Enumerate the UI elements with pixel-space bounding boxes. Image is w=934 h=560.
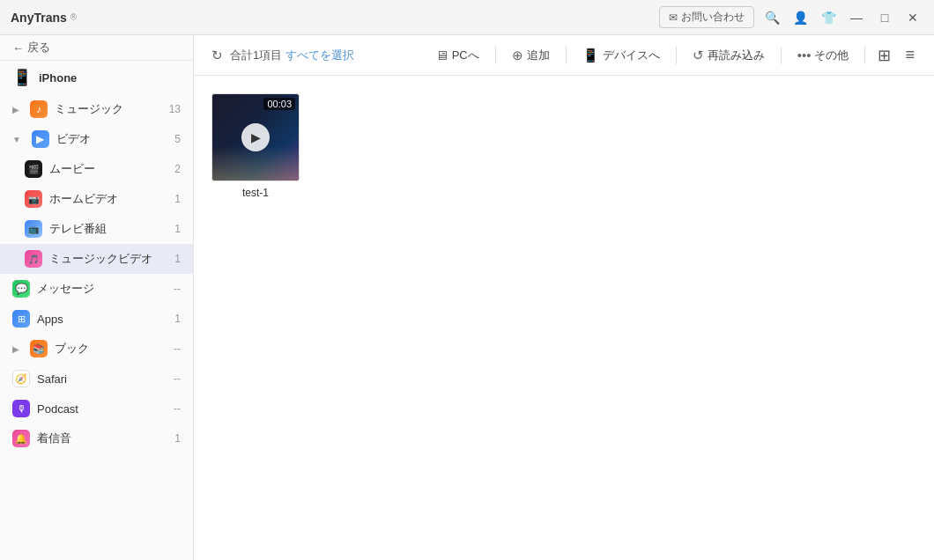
sidebar-count-homevideo: 1	[163, 193, 181, 205]
app-title: AnyTrans	[11, 11, 67, 25]
book-icon: 📚	[30, 340, 48, 357]
sidebar-item-memo[interactable]: 🔔 着信音 1	[0, 424, 193, 453]
sidebar-label-tv: テレビ番組	[49, 221, 156, 237]
app-reg: ®	[70, 12, 77, 22]
title-bar: AnyTrans® ✉ お問い合わせ 🔍 👤 👕 — □ ✕	[0, 0, 934, 35]
sidebar-label-homevideo: ホームビデオ	[49, 191, 156, 207]
homevideo-icon: 📷	[25, 190, 42, 208]
sidebar-count-video: 5	[163, 133, 181, 145]
sidebar-label-movie: ムービー	[49, 161, 156, 177]
refresh-button[interactable]: ↻	[208, 44, 226, 67]
sidebar-count-music: 13	[163, 103, 181, 115]
toolbar: ↻ 合計1項目 すべてを選択 🖥 PCへ ⊕ 追加 📱 デバイスへ ↺	[194, 35, 934, 76]
pc-icon: 🖥	[435, 48, 448, 63]
tshirt-button[interactable]: 👕	[818, 7, 839, 28]
tv-icon: 📺	[25, 220, 42, 238]
message-icon: 💬	[12, 280, 30, 298]
separator-3	[676, 47, 677, 64]
more-button[interactable]: ••• その他	[789, 43, 858, 68]
file-thumbnail: ▶ 00:03	[211, 93, 300, 181]
sidebar-label-music: ミュージック	[55, 101, 156, 117]
sidebar-item-podcast[interactable]: 🎙 Podcast --	[0, 394, 193, 424]
sidebar: ← 戻る 📱 iPhone ▶ ♪ ミュージック 13 ▼ ▶ ビデオ 5 🎬 …	[0, 35, 194, 560]
expand-arrow-video: ▼	[12, 135, 21, 144]
search-button[interactable]: 🔍	[761, 7, 782, 28]
separator-5	[864, 47, 865, 64]
sidebar-count-memo: 1	[163, 432, 181, 445]
device-header: 📱 iPhone	[0, 61, 193, 94]
movie-icon: 🎬	[25, 160, 42, 178]
add-icon: ⊕	[512, 48, 523, 63]
file-name: test-1	[242, 187, 269, 199]
reload-button[interactable]: ↺ 再読み込み	[684, 43, 774, 68]
file-item[interactable]: ▶ 00:03 test-1	[211, 93, 300, 199]
sidebar-count-musicvideo: 1	[163, 253, 181, 265]
grid-view-button[interactable]: ⊞	[872, 41, 896, 70]
video-icon: ▶	[32, 130, 49, 148]
musicvideo-icon: 🎵	[25, 250, 42, 268]
thumb-inner: ▶ 00:03	[212, 94, 299, 181]
maximize-button[interactable]: □	[874, 7, 895, 28]
podcast-icon: 🎙	[12, 400, 30, 417]
expand-arrow-book: ▶	[12, 344, 19, 354]
pc-button[interactable]: 🖥 PCへ	[426, 43, 488, 68]
sidebar-item-music[interactable]: ▶ ♪ ミュージック 13	[0, 94, 193, 124]
sidebar-item-video[interactable]: ▼ ▶ ビデオ 5	[0, 124, 193, 154]
sidebar-label-video: ビデオ	[56, 131, 156, 147]
sidebar-count-safari: --	[163, 372, 181, 385]
iphone-icon: 📱	[12, 68, 32, 87]
sidebar-count-book: --	[163, 343, 181, 355]
sidebar-count-apps: 1	[163, 313, 181, 325]
memo-icon: 🔔	[12, 430, 30, 447]
device-icon: 📱	[582, 48, 599, 63]
apps-icon: ⊞	[12, 310, 30, 328]
select-all-link[interactable]: すべてを選択	[285, 48, 354, 62]
safari-icon: 🧭	[12, 370, 30, 387]
user-button[interactable]: 👤	[789, 7, 811, 28]
sidebar-item-tv[interactable]: 📺 テレビ番組 1	[0, 214, 193, 244]
sidebar-item-homevideo[interactable]: 📷 ホームビデオ 1	[0, 184, 193, 214]
add-button[interactable]: ⊕ 追加	[503, 43, 559, 68]
more-icon: •••	[797, 48, 812, 63]
sidebar-count-tv: 1	[163, 223, 181, 235]
device-button[interactable]: 📱 デバイスへ	[574, 43, 669, 68]
reload-icon: ↺	[693, 48, 704, 63]
sidebar-item-safari[interactable]: 🧭 Safari --	[0, 364, 193, 394]
expand-arrow-music: ▶	[12, 105, 19, 114]
separator-2	[566, 47, 567, 64]
music-icon: ♪	[30, 100, 48, 118]
sidebar-item-book[interactable]: ▶ 📚 ブック --	[0, 334, 193, 364]
back-arrow-icon: ←	[12, 41, 24, 55]
sidebar-label-book: ブック	[55, 341, 156, 357]
main-layout: ← 戻る 📱 iPhone ▶ ♪ ミュージック 13 ▼ ▶ ビデオ 5 🎬 …	[0, 35, 934, 560]
close-button[interactable]: ✕	[902, 7, 923, 28]
separator-1	[495, 47, 496, 64]
back-button[interactable]: ← 戻る	[0, 35, 193, 61]
sidebar-count-message: --	[163, 283, 181, 295]
play-button-icon: ▶	[241, 123, 270, 151]
title-bar-right: ✉ お問い合わせ 🔍 👤 👕 — □ ✕	[659, 6, 923, 28]
toolbar-info: 合計1項目 すべてを選択	[230, 48, 354, 63]
sidebar-label-message: メッセージ	[37, 281, 156, 297]
sidebar-count-podcast: --	[163, 402, 181, 415]
sidebar-label-musicvideo: ミュージックビデオ	[49, 251, 156, 267]
sidebar-count-movie: 2	[163, 163, 181, 175]
sidebar-label-memo: 着信音	[37, 431, 156, 446]
sidebar-item-movie[interactable]: 🎬 ムービー 2	[0, 154, 193, 184]
sidebar-item-message[interactable]: 💬 メッセージ --	[0, 274, 193, 304]
separator-4	[781, 47, 782, 64]
sidebar-label-apps: Apps	[37, 313, 156, 326]
sidebar-item-apps[interactable]: ⊞ Apps 1	[0, 304, 193, 334]
list-view-button[interactable]: ≡	[900, 41, 920, 69]
sidebar-label-podcast: Podcast	[37, 402, 156, 416]
content-area: ↻ 合計1項目 すべてを選択 🖥 PCへ ⊕ 追加 📱 デバイスへ ↺	[194, 35, 934, 560]
minimize-button[interactable]: —	[846, 7, 867, 28]
video-duration: 00:03	[263, 98, 295, 110]
title-bar-left: AnyTrans®	[11, 11, 77, 25]
mail-icon: ✉	[669, 11, 678, 24]
file-grid: ▶ 00:03 test-1	[194, 76, 934, 560]
inquiry-button[interactable]: ✉ お問い合わせ	[659, 6, 754, 28]
sidebar-label-safari: Safari	[37, 372, 156, 386]
sidebar-item-musicvideo[interactable]: 🎵 ミュージックビデオ 1	[0, 244, 193, 274]
